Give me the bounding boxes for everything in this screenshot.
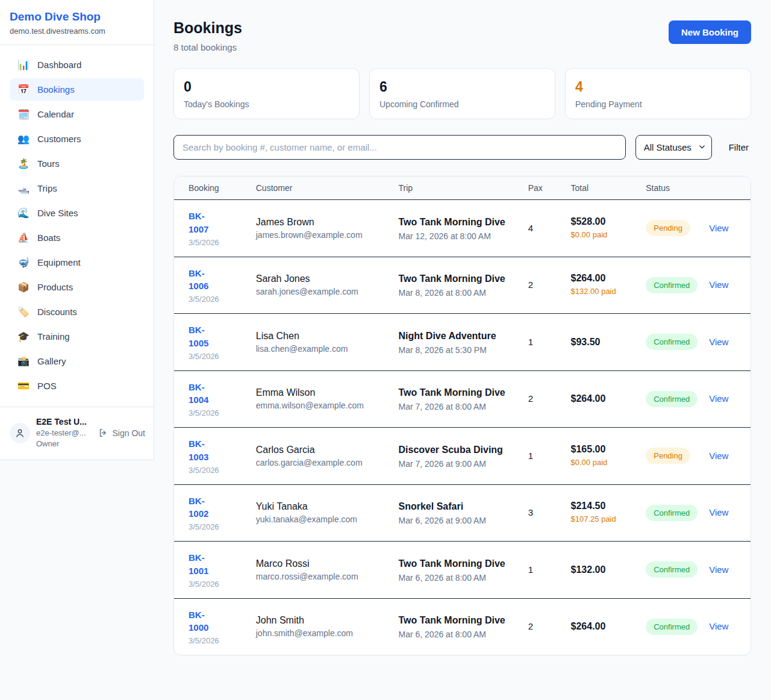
sidebar-item-dive-sites[interactable]: 🌊 Dive Sites xyxy=(10,202,144,224)
sidebar-user-panel: E2E Test U... e2e-tester@... Owner Sign … xyxy=(0,407,154,460)
sidebar-item-label: POS xyxy=(37,381,57,391)
pax-count: 2 xyxy=(528,393,533,404)
sidebar-item-customers[interactable]: 👥 Customers xyxy=(10,128,144,150)
booking-date: 3/5/2026 xyxy=(189,466,242,475)
bookings-icon: 📅 xyxy=(17,84,30,95)
customer-email: sarah.jones@example.com xyxy=(256,287,384,296)
stat-label: Upcoming Confirmed xyxy=(379,99,545,109)
status-select-wrap: All Statuses xyxy=(635,135,712,160)
sidebar-item-discounts[interactable]: 🏷️ Discounts xyxy=(10,301,144,323)
view-link[interactable]: View xyxy=(709,223,728,233)
col-booking: Booking xyxy=(174,177,246,200)
sidebar-item-label: Training xyxy=(37,331,70,342)
status-badge: Confirmed xyxy=(646,561,698,578)
sidebar-item-equipment[interactable]: 🤿 Equipment xyxy=(10,251,144,273)
total-amount: $132.00 xyxy=(571,564,632,575)
sidebar-item-trips[interactable]: 🛥️ Trips xyxy=(10,177,144,199)
stat-label: Pending Payment xyxy=(575,99,741,109)
sidebar-item-products[interactable]: 📦 Products xyxy=(10,276,144,298)
booking-id-link[interactable]: BK-1001 xyxy=(189,551,225,578)
paid-amount: $107.25 paid xyxy=(571,514,632,525)
total-amount: $214.50 xyxy=(571,501,632,511)
status-badge: Confirmed xyxy=(646,619,698,635)
new-booking-button[interactable]: New Booking xyxy=(669,20,751,44)
sign-out-label: Sign Out xyxy=(113,428,145,438)
status-badge: Pending xyxy=(646,448,690,464)
booking-date: 3/5/2026 xyxy=(189,408,242,417)
status-badge: Confirmed xyxy=(646,334,698,350)
booking-id-link[interactable]: BK-1003 xyxy=(189,437,225,464)
sidebar-item-label: Dashboard xyxy=(37,60,81,70)
customer-email: lisa.chen@example.com xyxy=(256,344,384,354)
customers-icon: 👥 xyxy=(17,133,30,145)
view-link[interactable]: View xyxy=(709,564,728,575)
pax-count: 1 xyxy=(528,337,533,347)
sidebar-item-label: Products xyxy=(37,282,73,292)
sidebar-item-gallery[interactable]: 📸 Gallery xyxy=(10,350,144,372)
sidebar-item-dashboard[interactable]: 📊 Dashboard xyxy=(10,54,144,76)
bookings-table-card: Booking Customer Trip Pax Total Status B… xyxy=(173,176,751,655)
view-link[interactable]: View xyxy=(709,507,728,517)
paid-amount: $0.00 paid xyxy=(571,230,632,240)
booking-id-link[interactable]: BK-1000 xyxy=(189,608,225,635)
view-link[interactable]: View xyxy=(709,393,728,404)
total-amount: $264.00 xyxy=(571,393,632,404)
customer-name: Yuki Tanaka xyxy=(256,501,384,512)
pax-count: 1 xyxy=(528,451,533,461)
table-row: BK-1007 3/5/2026 James Brown james.brown… xyxy=(174,200,751,257)
sidebar-item-label: Discounts xyxy=(37,307,77,317)
booking-id-link[interactable]: BK-1006 xyxy=(189,267,225,293)
sidebar-item-boats[interactable]: ⛵ Boats xyxy=(10,227,144,249)
booking-id-link[interactable]: BK-1004 xyxy=(189,381,225,407)
view-link[interactable]: View xyxy=(709,621,728,631)
view-link[interactable]: View xyxy=(709,337,728,347)
pax-count: 4 xyxy=(528,223,533,233)
sidebar-nav: 📊 Dashboard 📅 Bookings 🗓️ Calendar 👥 Cus… xyxy=(0,45,154,407)
col-actions xyxy=(709,177,751,200)
sidebar-item-pos[interactable]: 💳 POS xyxy=(10,375,144,397)
sidebar-item-label: Equipment xyxy=(37,257,81,267)
col-total: Total xyxy=(561,177,637,200)
stats-row: 0Today's Bookings6Upcoming Confirmed4Pen… xyxy=(173,68,751,119)
bookings-table: Booking Customer Trip Pax Total Status B… xyxy=(174,177,751,655)
view-link[interactable]: View xyxy=(709,280,728,290)
total-amount: $528.00 xyxy=(571,216,632,227)
sign-out-icon xyxy=(98,428,108,438)
booking-id-link[interactable]: BK-1002 xyxy=(189,495,225,521)
total-amount: $165.00 xyxy=(571,444,632,455)
search-input[interactable] xyxy=(173,135,626,160)
trip-name: Two Tank Morning Dive xyxy=(399,216,514,229)
sidebar-item-training[interactable]: 🎓 Training xyxy=(10,325,144,348)
trip-name: Two Tank Morning Dive xyxy=(399,614,514,627)
filter-button[interactable]: Filter xyxy=(729,142,749,152)
sidebar-item-calendar[interactable]: 🗓️ Calendar xyxy=(10,103,144,125)
sidebar-item-label: Bookings xyxy=(37,84,75,95)
trip-name: Snorkel Safari xyxy=(399,500,514,513)
status-filter-select[interactable]: All Statuses xyxy=(635,135,712,160)
view-link[interactable]: View xyxy=(709,451,728,461)
booking-date: 3/5/2026 xyxy=(189,295,242,304)
person-icon xyxy=(14,428,25,439)
trip-name: Night Dive Adventure xyxy=(399,330,514,343)
page-header: Bookings 8 total bookings New Booking xyxy=(173,19,751,52)
status-badge: Confirmed xyxy=(646,277,698,293)
sidebar-item-tours[interactable]: 🏝️ Tours xyxy=(10,152,144,175)
stat-value: 6 xyxy=(379,79,545,95)
customer-email: james.brown@example.com xyxy=(256,230,384,240)
user-role: Owner xyxy=(36,439,92,449)
booking-id-link[interactable]: BK-1005 xyxy=(189,323,225,350)
col-status: Status xyxy=(636,177,709,200)
pax-count: 1 xyxy=(528,564,533,575)
booking-id-link[interactable]: BK-1007 xyxy=(189,210,225,236)
app-root: Demo Dive Shop demo.test.divestreams.com… xyxy=(0,0,771,676)
trips-icon: 🛥️ xyxy=(17,183,30,194)
sign-out-button[interactable]: Sign Out xyxy=(98,428,145,438)
equipment-icon: 🤿 xyxy=(17,257,30,268)
trip-datetime: Mar 8, 2026 at 5:30 PM xyxy=(399,345,514,355)
customer-email: emma.wilson@example.com xyxy=(256,401,384,410)
total-amount: $264.00 xyxy=(571,621,632,632)
dashboard-icon: 📊 xyxy=(17,59,30,70)
user-email: e2e-tester@... xyxy=(36,428,92,439)
pax-count: 3 xyxy=(528,507,533,517)
sidebar-item-bookings[interactable]: 📅 Bookings xyxy=(10,78,144,101)
